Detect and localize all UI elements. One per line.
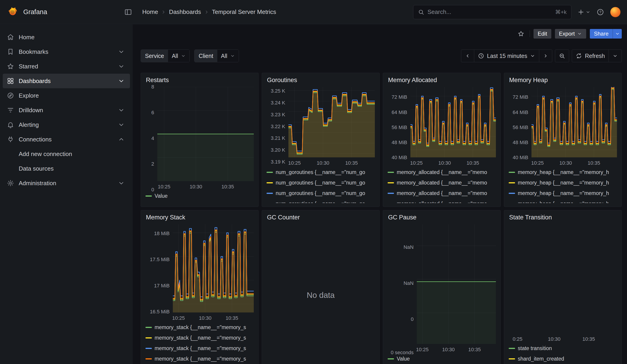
panel-chart: 72 MiB64 MiB56 MiB48 MiB40 MiB10:2510:30…	[388, 87, 496, 166]
bell-icon	[7, 121, 14, 128]
y-axis-label: 72 MiB	[392, 94, 407, 100]
refresh-label: Refresh	[585, 53, 605, 59]
user-avatar[interactable]	[610, 7, 621, 17]
sidebar-item-bookmarks[interactable]: Bookmarks	[3, 45, 130, 59]
sidebar-item-drilldown[interactable]: Drilldown	[3, 103, 130, 117]
time-shift-back-button[interactable]	[461, 50, 474, 62]
legend-item[interactable]: memory_heap {__name__="memory_h	[509, 179, 617, 186]
sidebar-item-add-new-connection[interactable]: Add new connection	[3, 147, 130, 161]
legend-item[interactable]: memory_stack {__name__="memory_s	[146, 355, 254, 362]
legend-item[interactable]: memory_heap {__name__="memory_h	[509, 200, 617, 203]
legend-item[interactable]: memory_heap {__name__="memory_h	[509, 190, 617, 197]
nav-right: Search... ⌘+k ?	[413, 5, 621, 19]
chart-plot-area[interactable]	[417, 224, 496, 344]
chart-plot-area[interactable]	[531, 87, 617, 157]
chevron-down-icon	[181, 53, 186, 58]
variable-value-dropdown[interactable]: All	[217, 50, 239, 62]
legend-item[interactable]: num_goroutines {__name__="num_go	[266, 190, 375, 197]
chevron-down-icon	[118, 179, 125, 187]
time-range-picker[interactable]: Last 15 minutes	[474, 50, 539, 62]
time-shift-forward-button[interactable]	[539, 50, 552, 62]
legend-label: memory_allocated {__name__="memo	[397, 201, 487, 203]
sidebar-item-home[interactable]: Home	[3, 30, 130, 45]
share-split-button: Share	[590, 29, 622, 39]
search-shortcut: ⌘+k	[555, 9, 567, 15]
y-axis-label: 72 MiB	[513, 94, 528, 100]
panel-title[interactable]: Goroutines	[267, 77, 375, 84]
legend-item[interactable]: memory_stack {__name__="memory_s	[146, 324, 254, 331]
refresh-button[interactable]: Refresh	[572, 50, 609, 62]
app-brand-title: Grafana	[23, 8, 47, 16]
sidebar-item-starred[interactable]: Starred	[3, 59, 130, 74]
breadcrumb-item-dashboards[interactable]: Dashboards	[169, 8, 201, 15]
y-axis-label: 8	[151, 84, 154, 90]
x-axis: 10:2510:3010:35	[531, 157, 617, 166]
x-axis: 10:2510:3010:35	[157, 181, 254, 190]
sidebar-item-alerting[interactable]: Alerting	[3, 117, 130, 132]
panel-title[interactable]: Memory Stack	[146, 214, 254, 221]
favorite-star-button[interactable]	[516, 29, 526, 39]
y-axis-label: 0 seconds	[391, 350, 414, 356]
sidebar-item-explore[interactable]: Explore	[3, 88, 130, 103]
chart-plot-area[interactable]	[288, 87, 375, 157]
chart-plot-area[interactable]	[173, 224, 254, 312]
panel-chart: 72 MiB64 MiB56 MiB48 MiB40 MiB10:2510:30…	[509, 87, 617, 166]
sidebar-item-connections[interactable]: Connections	[3, 132, 130, 147]
panel-title[interactable]: Memory Heap	[509, 77, 617, 84]
legend-item[interactable]: memory_allocated {__name__="memo	[388, 179, 496, 186]
x-axis-label: 10:25	[531, 160, 544, 166]
question-circle-icon: ?	[596, 8, 604, 16]
legend-item[interactable]: Value	[146, 193, 254, 199]
legend-item[interactable]: memory_stack {__name__="memory_s	[146, 345, 254, 352]
share-menu-button[interactable]	[613, 29, 622, 39]
panel-title[interactable]: Restarts	[146, 77, 254, 84]
chart-plot-area[interactable]	[512, 224, 617, 333]
bookmark-icon	[7, 48, 14, 55]
zoom-out-button[interactable]	[555, 50, 569, 62]
panel-title[interactable]: State Transition	[509, 214, 617, 221]
panel-title[interactable]: GC Counter	[267, 214, 375, 221]
edit-button[interactable]: Edit	[533, 29, 551, 39]
variable-client: ClientAll	[194, 50, 239, 62]
refresh-interval-button[interactable]	[609, 50, 622, 62]
chevron-down-icon	[118, 77, 125, 85]
sidebar-item-administration[interactable]: Administration	[3, 176, 130, 190]
legend-item[interactable]: memory_allocated {__name__="memo	[388, 200, 496, 203]
share-button[interactable]: Share	[590, 29, 613, 39]
top-nav: Grafana HomeDashboardsTemporal Server Me…	[0, 0, 627, 24]
legend-item[interactable]: shard_item_created	[509, 355, 617, 362]
sidebar-item-label: Alerting	[19, 121, 39, 128]
breadcrumb-item-home[interactable]: Home	[142, 8, 158, 15]
y-axis	[509, 224, 512, 342]
panel-title[interactable]: Memory Allocated	[388, 77, 496, 84]
chart-plot-area[interactable]	[410, 87, 496, 157]
legend-item[interactable]: memory_stack {__name__="memory_s	[146, 334, 254, 341]
chart-plot-area[interactable]	[157, 87, 254, 181]
sidebar-toggle-button[interactable]	[123, 7, 133, 17]
legend-label: shard_item_created	[518, 356, 564, 362]
legend-item[interactable]: num_goroutines {__name__="num_go	[266, 200, 375, 203]
grafana-logo-icon[interactable]	[6, 6, 18, 18]
x-axis: 10:2510:3010:35	[417, 344, 496, 353]
panel-goroutines: Goroutines3.25 K3.24 K3.23 K3.22 K3.21 K…	[262, 73, 380, 207]
legend-item[interactable]: memory_allocated {__name__="memo	[388, 190, 496, 197]
legend-item[interactable]: memory_allocated {__name__="memo	[388, 169, 496, 176]
y-axis-label: 48 MiB	[392, 140, 407, 146]
sidebar-item-data-sources[interactable]: Data sources	[3, 161, 130, 176]
panel-title[interactable]: GC Pause	[388, 214, 496, 221]
chevron-down-icon	[118, 63, 125, 70]
add-button[interactable]	[577, 8, 590, 16]
export-button[interactable]: Export	[555, 29, 586, 39]
x-axis-label: 10:30	[199, 315, 211, 321]
search-input[interactable]: Search... ⌘+k	[413, 5, 571, 19]
help-button[interactable]: ?	[596, 8, 604, 16]
legend-item[interactable]: num_goroutines {__name__="num_go	[266, 169, 375, 176]
legend-item[interactable]: memory_heap {__name__="memory_h	[509, 169, 617, 176]
variable-value-dropdown[interactable]: All	[168, 50, 189, 62]
legend-item[interactable]: state transition	[509, 345, 617, 352]
legend-item[interactable]: num_goroutines {__name__="num_go	[266, 179, 375, 186]
legend-item[interactable]: Value	[388, 355, 496, 362]
sidebar-item-dashboards[interactable]: Dashboards	[3, 74, 130, 88]
legend-label: memory_allocated {__name__="memo	[397, 180, 487, 186]
y-axis-label: 40 MiB	[392, 155, 407, 160]
